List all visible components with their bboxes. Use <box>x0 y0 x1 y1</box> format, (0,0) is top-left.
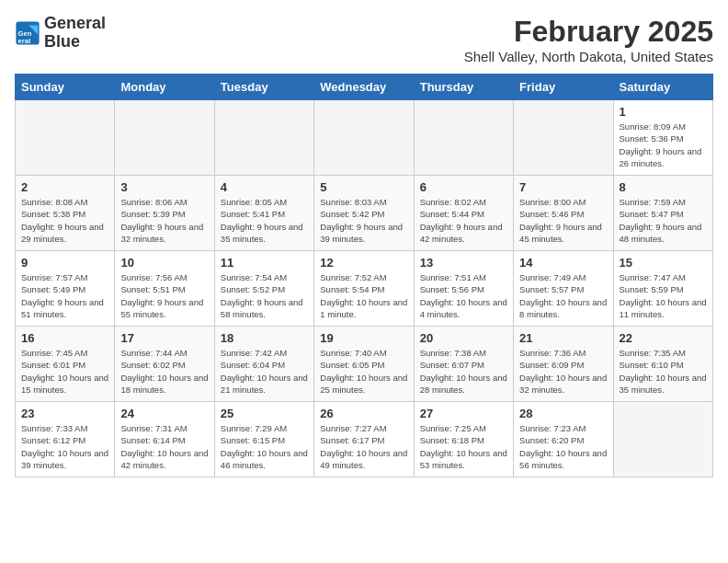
day-info: Sunrise: 7:33 AM Sunset: 6:12 PM Dayligh… <box>21 422 108 471</box>
day-info: Sunrise: 7:25 AM Sunset: 6:18 PM Dayligh… <box>420 422 507 471</box>
day-number: 16 <box>21 331 108 345</box>
calendar-cell <box>16 100 115 176</box>
calendar-cell: 17Sunrise: 7:44 AM Sunset: 6:02 PM Dayli… <box>115 327 214 402</box>
day-info: Sunrise: 7:49 AM Sunset: 5:57 PM Dayligh… <box>519 271 607 320</box>
day-info: Sunrise: 7:59 AM Sunset: 5:47 PM Dayligh… <box>620 196 707 245</box>
calendar-cell: 28Sunrise: 7:23 AM Sunset: 6:20 PM Dayli… <box>514 402 613 477</box>
day-info: Sunrise: 8:06 AM Sunset: 5:39 PM Dayligh… <box>120 196 208 245</box>
day-number: 22 <box>620 331 707 345</box>
calendar-cell: 2Sunrise: 8:08 AM Sunset: 5:38 PM Daylig… <box>16 176 115 251</box>
calendar-cell: 22Sunrise: 7:35 AM Sunset: 6:10 PM Dayli… <box>613 327 712 402</box>
day-info: Sunrise: 7:36 AM Sunset: 6:09 PM Dayligh… <box>519 347 607 396</box>
day-info: Sunrise: 7:47 AM Sunset: 5:59 PM Dayligh… <box>620 271 707 320</box>
calendar-cell: 13Sunrise: 7:51 AM Sunset: 5:56 PM Dayli… <box>414 251 513 327</box>
day-number: 11 <box>221 256 308 270</box>
calendar-cell: 11Sunrise: 7:54 AM Sunset: 5:52 PM Dayli… <box>214 251 313 327</box>
day-info: Sunrise: 7:57 AM Sunset: 5:49 PM Dayligh… <box>21 271 108 320</box>
calendar-cell <box>613 402 712 477</box>
day-number: 23 <box>21 407 108 420</box>
day-number: 17 <box>120 331 208 345</box>
calendar-cell: 10Sunrise: 7:56 AM Sunset: 5:51 PM Dayli… <box>115 251 214 327</box>
title-block: February 2025 Shell Valley, North Dakota… <box>464 15 713 64</box>
day-number: 14 <box>519 256 607 270</box>
day-number: 1 <box>620 105 707 119</box>
day-number: 7 <box>519 180 607 194</box>
calendar-cell: 6Sunrise: 8:02 AM Sunset: 5:44 PM Daylig… <box>414 176 513 251</box>
header-row: SundayMondayTuesdayWednesdayThursdayFrid… <box>16 75 713 100</box>
calendar-body: 1Sunrise: 8:09 AM Sunset: 5:36 PM Daylig… <box>16 100 713 477</box>
day-info: Sunrise: 8:00 AM Sunset: 5:46 PM Dayligh… <box>519 196 607 245</box>
day-number: 28 <box>519 407 607 420</box>
calendar-cell: 21Sunrise: 7:36 AM Sunset: 6:09 PM Dayli… <box>514 327 613 402</box>
calendar-cell: 20Sunrise: 7:38 AM Sunset: 6:07 PM Dayli… <box>414 327 513 402</box>
calendar-cell <box>314 100 414 176</box>
day-info: Sunrise: 7:51 AM Sunset: 5:56 PM Dayligh… <box>420 271 507 320</box>
header-day-thursday: Thursday <box>414 75 513 100</box>
calendar-cell: 3Sunrise: 8:06 AM Sunset: 5:39 PM Daylig… <box>115 176 214 251</box>
day-info: Sunrise: 7:35 AM Sunset: 6:10 PM Dayligh… <box>620 347 707 396</box>
logo-line1: General <box>44 15 106 33</box>
calendar-cell <box>214 100 313 176</box>
day-info: Sunrise: 7:42 AM Sunset: 6:04 PM Dayligh… <box>221 347 308 396</box>
week-row-1: 1Sunrise: 8:09 AM Sunset: 5:36 PM Daylig… <box>16 100 713 176</box>
calendar-cell: 16Sunrise: 7:45 AM Sunset: 6:01 PM Dayli… <box>16 327 115 402</box>
calendar-header: SundayMondayTuesdayWednesdayThursdayFrid… <box>16 75 713 100</box>
day-number: 9 <box>21 256 108 270</box>
page-header: Gen eral General Blue February 2025 Shel… <box>15 15 713 64</box>
calendar-cell: 5Sunrise: 8:03 AM Sunset: 5:42 PM Daylig… <box>314 176 414 251</box>
day-info: Sunrise: 7:29 AM Sunset: 6:15 PM Dayligh… <box>221 422 308 471</box>
calendar-cell: 23Sunrise: 7:33 AM Sunset: 6:12 PM Dayli… <box>16 402 115 477</box>
day-info: Sunrise: 7:38 AM Sunset: 6:07 PM Dayligh… <box>420 347 507 396</box>
day-number: 20 <box>420 331 507 345</box>
day-info: Sunrise: 7:23 AM Sunset: 6:20 PM Dayligh… <box>519 422 607 471</box>
calendar-cell <box>115 100 214 176</box>
calendar-cell <box>414 100 513 176</box>
day-info: Sunrise: 7:40 AM Sunset: 6:05 PM Dayligh… <box>320 347 407 396</box>
calendar-cell: 26Sunrise: 7:27 AM Sunset: 6:17 PM Dayli… <box>314 402 414 477</box>
logo-icon: Gen eral <box>15 20 40 46</box>
day-number: 18 <box>221 331 308 345</box>
calendar-cell: 1Sunrise: 8:09 AM Sunset: 5:36 PM Daylig… <box>613 100 712 176</box>
day-number: 6 <box>420 180 507 194</box>
day-number: 10 <box>120 256 208 270</box>
logo: Gen eral General Blue <box>15 15 106 52</box>
calendar-cell: 27Sunrise: 7:25 AM Sunset: 6:18 PM Dayli… <box>414 402 513 477</box>
calendar-cell: 24Sunrise: 7:31 AM Sunset: 6:14 PM Dayli… <box>115 402 214 477</box>
day-number: 19 <box>320 331 407 345</box>
day-number: 26 <box>320 407 407 420</box>
day-number: 13 <box>420 256 507 270</box>
day-info: Sunrise: 8:08 AM Sunset: 5:38 PM Dayligh… <box>21 196 108 245</box>
calendar-cell: 19Sunrise: 7:40 AM Sunset: 6:05 PM Dayli… <box>314 327 414 402</box>
day-info: Sunrise: 8:02 AM Sunset: 5:44 PM Dayligh… <box>420 196 507 245</box>
calendar-cell: 25Sunrise: 7:29 AM Sunset: 6:15 PM Dayli… <box>214 402 313 477</box>
week-row-3: 9Sunrise: 7:57 AM Sunset: 5:49 PM Daylig… <box>16 251 713 327</box>
calendar-cell: 9Sunrise: 7:57 AM Sunset: 5:49 PM Daylig… <box>16 251 115 327</box>
header-day-tuesday: Tuesday <box>214 75 313 100</box>
day-number: 3 <box>120 180 208 194</box>
day-info: Sunrise: 8:03 AM Sunset: 5:42 PM Dayligh… <box>320 196 407 245</box>
svg-text:eral: eral <box>18 36 31 44</box>
header-day-wednesday: Wednesday <box>314 75 414 100</box>
day-number: 8 <box>620 180 707 194</box>
day-number: 15 <box>620 256 707 270</box>
calendar-subtitle: Shell Valley, North Dakota, United State… <box>464 49 713 64</box>
header-day-saturday: Saturday <box>613 75 712 100</box>
week-row-5: 23Sunrise: 7:33 AM Sunset: 6:12 PM Dayli… <box>16 402 713 477</box>
day-number: 5 <box>320 180 407 194</box>
day-info: Sunrise: 8:09 AM Sunset: 5:36 PM Dayligh… <box>620 121 707 169</box>
day-number: 21 <box>519 331 607 345</box>
day-info: Sunrise: 7:27 AM Sunset: 6:17 PM Dayligh… <box>320 422 407 471</box>
day-info: Sunrise: 7:31 AM Sunset: 6:14 PM Dayligh… <box>120 422 208 471</box>
calendar-cell: 14Sunrise: 7:49 AM Sunset: 5:57 PM Dayli… <box>514 251 613 327</box>
day-number: 27 <box>420 407 507 420</box>
day-info: Sunrise: 7:45 AM Sunset: 6:01 PM Dayligh… <box>21 347 108 396</box>
day-number: 25 <box>221 407 308 420</box>
day-info: Sunrise: 7:52 AM Sunset: 5:54 PM Dayligh… <box>320 271 407 320</box>
calendar-cell <box>514 100 613 176</box>
calendar-cell: 18Sunrise: 7:42 AM Sunset: 6:04 PM Dayli… <box>214 327 313 402</box>
header-day-monday: Monday <box>115 75 214 100</box>
logo-line2: Blue <box>44 33 106 52</box>
calendar-cell: 15Sunrise: 7:47 AM Sunset: 5:59 PM Dayli… <box>613 251 712 327</box>
day-number: 4 <box>221 180 308 194</box>
calendar-cell: 8Sunrise: 7:59 AM Sunset: 5:47 PM Daylig… <box>613 176 712 251</box>
